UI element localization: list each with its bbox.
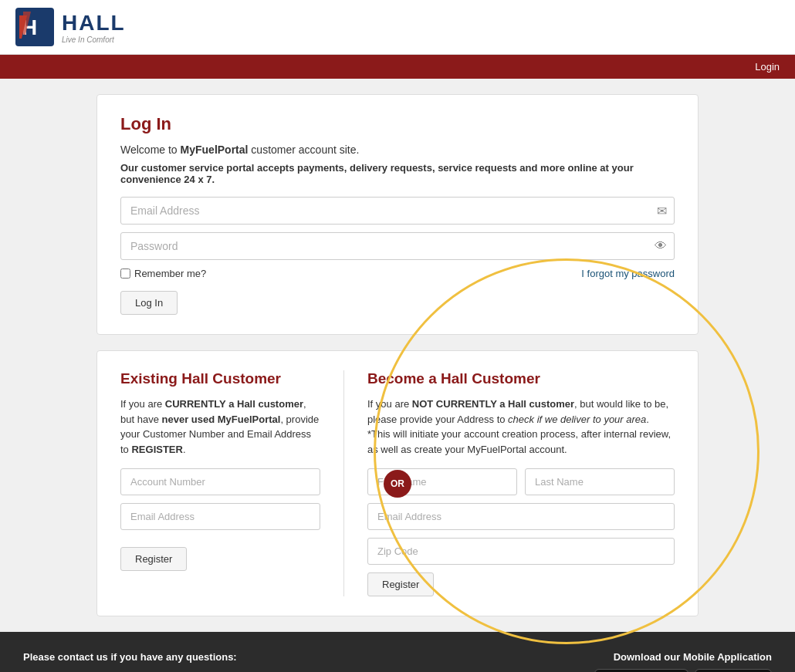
email-input-group: ✉ [120, 197, 675, 225]
hall-logo-icon: H [15, 8, 54, 46]
remember-checkbox[interactable] [120, 268, 130, 279]
footer: Please contact us if you have any questi… [0, 632, 795, 672]
service-text: Our customer service portal accepts paym… [120, 162, 675, 185]
become-register-button[interactable]: Register [367, 572, 434, 596]
footer-inner: Please contact us if you have any questi… [23, 651, 772, 672]
password-input[interactable] [120, 232, 675, 260]
remember-row: Remember me? I forgot my password [120, 268, 675, 279]
remember-label[interactable]: Remember me? [120, 268, 206, 279]
check-italic: check if we deliver to your area [508, 414, 646, 425]
existing-email-input-group [120, 503, 320, 530]
never-used-bold: never used MyFuelPortal [162, 414, 281, 425]
download-heading: Download our Mobile Application [614, 651, 772, 663]
login-card: Log In Welcome to MyFuelPortal customer … [96, 94, 699, 335]
last-name-input[interactable] [525, 468, 675, 495]
account-input-group [120, 468, 320, 495]
password-input-group: 👁 [120, 232, 675, 260]
remember-text: Remember me? [134, 268, 206, 279]
email-icon: ✉ [657, 204, 667, 218]
register-bold: REGISTER [131, 444, 182, 455]
existing-customer-section: Existing Hall Customer If you are CURREN… [120, 370, 343, 596]
app-buttons: ▶ GET IT ON Google Play Download on the … [594, 669, 772, 672]
logo-tagline: Live In Comfort [62, 35, 126, 44]
email-input[interactable] [120, 197, 675, 225]
footer-left: Please contact us if you have any questi… [23, 651, 563, 672]
logo-hall-text: HALL [62, 11, 126, 35]
become-customer-title: Become a Hall Customer [367, 370, 675, 387]
account-number-input[interactable] [120, 468, 320, 495]
welcome-text: Welcome to MyFuelPortal customer account… [120, 144, 675, 156]
two-column-layout: OR Existing Hall Customer If you are CUR… [120, 370, 675, 596]
contact-heading: Please contact us if you have any questi… [23, 651, 563, 663]
nav-login-link[interactable]: Login [755, 61, 780, 73]
become-email-input[interactable] [367, 503, 675, 530]
currently-bold: CURRENTLY a Hall customer [165, 398, 303, 410]
navbar: Login [0, 55, 795, 79]
or-divider: OR [384, 470, 411, 498]
become-customer-desc: If you are NOT CURRENTLY a Hall customer… [367, 397, 675, 457]
welcome-rest: customer account site. [248, 144, 359, 156]
portal-name: MyFuelPortal [181, 144, 249, 156]
not-currently-bold: NOT CURRENTLY a Hall customer [412, 398, 574, 410]
main-content: Log In Welcome to MyFuelPortal customer … [89, 94, 706, 616]
footer-right: Download our Mobile Application ▶ GET IT… [594, 651, 772, 672]
existing-customer-desc: If you are CURRENTLY a Hall customer, bu… [120, 397, 320, 457]
existing-email-input[interactable] [120, 503, 320, 530]
note-text: *This will initiate your account creatio… [367, 428, 671, 455]
google-play-button[interactable]: ▶ GET IT ON Google Play [594, 669, 688, 672]
logo-area: H HALL Live In Comfort [15, 8, 126, 46]
name-row [367, 468, 675, 495]
customer-section-card: OR Existing Hall Customer If you are CUR… [96, 350, 699, 616]
welcome-prefix: Welcome to [120, 144, 181, 156]
zip-input[interactable] [367, 538, 675, 565]
login-title: Log In [120, 114, 675, 134]
app-store-button[interactable]: Download on the App Store [695, 669, 772, 672]
forgot-password-link[interactable]: I forgot my password [581, 268, 675, 279]
eye-icon: 👁 [655, 239, 667, 253]
login-button[interactable]: Log In [120, 291, 178, 315]
existing-customer-title: Existing Hall Customer [120, 370, 320, 387]
existing-register-button[interactable]: Register [120, 547, 187, 571]
header: H HALL Live In Comfort [0, 0, 795, 55]
logo-text: HALL Live In Comfort [62, 11, 126, 44]
